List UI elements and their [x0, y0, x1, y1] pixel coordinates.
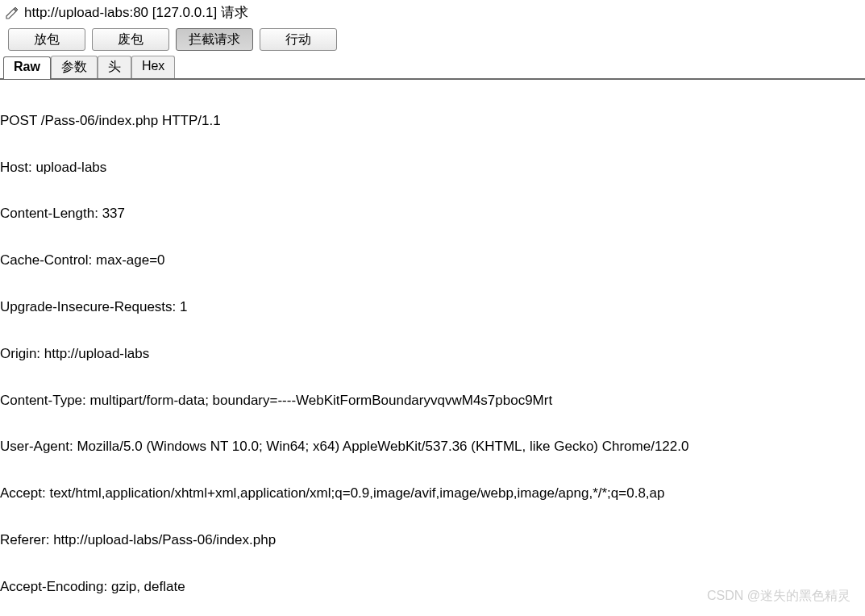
header-line: Upgrade-Insecure-Requests: 1 — [0, 296, 865, 319]
header-line: Cache-Control: max-age=0 — [0, 249, 865, 273]
tab-params[interactable]: 参数 — [51, 56, 98, 78]
request-url: http://upload-labs:80 [127.0.0.1] 请求 — [24, 3, 248, 22]
header-line: Content-Type: multipart/form-data; bound… — [0, 389, 865, 413]
raw-request-content[interactable]: POST /Pass-06/index.php HTTP/1.1 Host: u… — [0, 80, 865, 616]
forward-button[interactable]: 放包 — [8, 28, 85, 51]
header-line: Referer: http://upload-labs/Pass-06/inde… — [0, 529, 865, 552]
request-line: POST /Pass-06/index.php HTTP/1.1 — [0, 110, 865, 133]
header-line: Origin: http://upload-labs — [0, 343, 865, 366]
header-line: Content-Length: 337 — [0, 202, 865, 226]
pencil-icon — [5, 6, 19, 20]
tab-headers[interactable]: 头 — [98, 56, 131, 78]
view-tabs: Raw 参数 头 Hex — [0, 56, 865, 80]
header-line: User-Agent: Mozilla/5.0 (Windows NT 10.0… — [0, 435, 865, 459]
tab-raw[interactable]: Raw — [3, 56, 51, 79]
url-header: http://upload-labs:80 [127.0.0.1] 请求 — [0, 0, 865, 23]
header-line: Accept: text/html,application/xhtml+xml,… — [0, 482, 865, 506]
action-button-row: 放包 废包 拦截请求 行动 — [0, 23, 865, 56]
header-line: Host: upload-labs — [0, 156, 865, 180]
header-line: Accept-Encoding: gzip, deflate — [0, 576, 865, 599]
intercept-button[interactable]: 拦截请求 — [176, 28, 253, 51]
action-button[interactable]: 行动 — [260, 28, 337, 51]
tab-hex[interactable]: Hex — [131, 56, 175, 78]
drop-button[interactable]: 废包 — [92, 28, 169, 51]
